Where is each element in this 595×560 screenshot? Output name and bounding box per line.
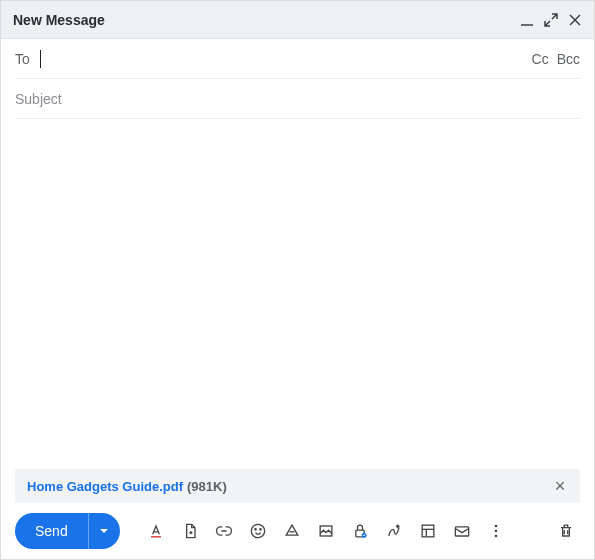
- insert-image-icon[interactable]: [312, 517, 340, 545]
- attach-file-icon[interactable]: [176, 517, 204, 545]
- svg-rect-13: [422, 525, 434, 537]
- send-button-group: Send: [15, 513, 120, 549]
- more-options-icon[interactable]: [482, 517, 510, 545]
- insert-template-icon[interactable]: [414, 517, 442, 545]
- subject-input[interactable]: [15, 91, 580, 107]
- expand-icon[interactable]: [544, 13, 558, 27]
- header-fields: To Cc Bcc: [1, 39, 594, 119]
- window-controls: [520, 13, 582, 27]
- to-label: To: [15, 51, 30, 67]
- window-title: New Message: [13, 12, 520, 28]
- cc-button[interactable]: Cc: [532, 51, 549, 67]
- message-body[interactable]: [1, 119, 594, 469]
- send-options-button[interactable]: [88, 513, 120, 549]
- schedule-send-icon[interactable]: [448, 517, 476, 545]
- compose-window: New Message To Cc Bcc Home Gadgets Guide…: [0, 0, 595, 560]
- confidential-mode-icon[interactable]: [346, 517, 374, 545]
- insert-emoji-icon[interactable]: [244, 517, 272, 545]
- text-cursor: [40, 50, 41, 68]
- insert-link-icon[interactable]: [210, 517, 238, 545]
- close-icon[interactable]: [568, 13, 582, 27]
- svg-point-7: [255, 529, 256, 530]
- svg-point-18: [494, 530, 497, 533]
- bottom-toolbar: Send: [1, 503, 594, 559]
- insert-signature-icon[interactable]: [380, 517, 408, 545]
- attachment-filename: Home Gadgets Guide.pdf: [27, 479, 183, 494]
- titlebar: New Message: [1, 1, 594, 39]
- discard-draft-icon[interactable]: [552, 517, 580, 545]
- to-row[interactable]: To Cc Bcc: [15, 39, 580, 79]
- attachment-chip[interactable]: Home Gadgets Guide.pdf (981K) ×: [15, 469, 580, 503]
- svg-point-6: [251, 524, 264, 537]
- svg-point-8: [260, 529, 261, 530]
- svg-point-19: [494, 535, 497, 538]
- minimize-icon[interactable]: [520, 13, 534, 27]
- attachment-size: (981K): [187, 479, 227, 494]
- svg-rect-16: [455, 527, 468, 536]
- cc-bcc-group: Cc Bcc: [532, 51, 580, 67]
- send-button[interactable]: Send: [15, 513, 88, 549]
- bcc-button[interactable]: Bcc: [557, 51, 580, 67]
- formatting-icon[interactable]: [142, 517, 170, 545]
- subject-row[interactable]: [15, 79, 580, 119]
- insert-drive-icon[interactable]: [278, 517, 306, 545]
- svg-point-17: [494, 525, 497, 528]
- remove-attachment-icon[interactable]: ×: [552, 478, 568, 494]
